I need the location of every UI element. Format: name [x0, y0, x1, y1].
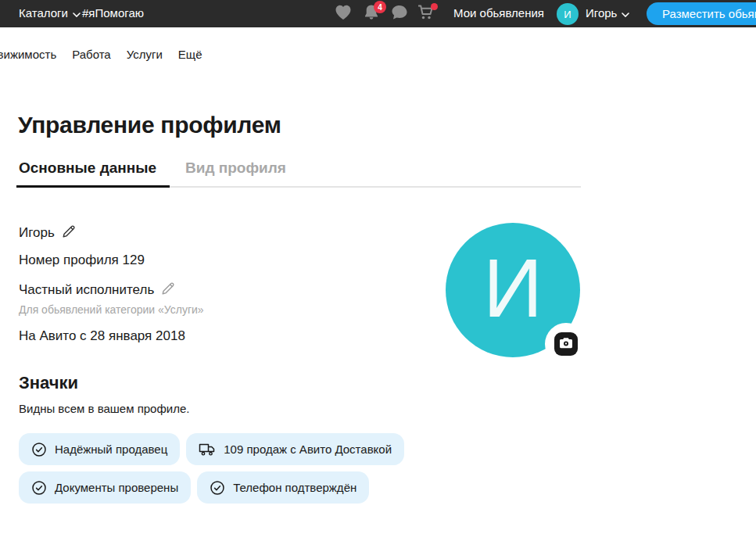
nav-item-3[interactable]: Ещё: [178, 48, 202, 65]
profile-name: Игорь: [19, 225, 55, 241]
cart-button[interactable]: [416, 5, 436, 23]
profile-number-row: Номер профиля 129: [19, 253, 145, 268]
active-tab-underline: [16, 185, 170, 188]
profile-avatar-initial: И: [483, 246, 543, 329]
badge-label: Надёжный продавец: [55, 443, 167, 456]
user-menu[interactable]: Игорь: [586, 6, 629, 20]
badge-pill-3: Телефон подтверждён: [197, 471, 369, 504]
nav-item-2[interactable]: Услуги: [127, 48, 163, 65]
tab-profile-view[interactable]: Вид профиля: [185, 159, 286, 177]
member-since: На Авито с 28 января 2018: [19, 328, 185, 344]
check-circle-icon: [210, 480, 225, 496]
heart-icon: [335, 5, 352, 23]
camera-icon: [559, 337, 573, 352]
profile-role-row: Частный исполнитель: [19, 281, 175, 298]
my-ads-link[interactable]: Мои обьявления: [453, 6, 544, 20]
badge-label: 109 продаж с Авито Доставкой: [224, 443, 392, 456]
favorites-button[interactable]: [333, 5, 353, 23]
badges-section-title: Значки: [19, 373, 78, 393]
check-circle-icon: [31, 442, 47, 457]
notifications-count-badge: 4: [374, 1, 386, 13]
edit-role-button[interactable]: [161, 281, 175, 298]
badge-label: Телефон подтверждён: [233, 481, 357, 494]
badge-pill-1: 109 продаж с Авито Доставкой: [186, 433, 404, 465]
catalogs-menu[interactable]: Каталоги: [19, 6, 81, 20]
profile-name-row: Игорь: [19, 224, 76, 241]
badges-list: Надёжный продавец109 продаж с Авито Дост…: [19, 433, 566, 504]
header-avatar-initial: И: [564, 9, 571, 20]
nav-item-0[interactable]: Недвижимость: [0, 48, 56, 65]
profile-role-hint: Для обьявлений категории «Услуги»: [19, 303, 204, 316]
notifications-button[interactable]: 4: [361, 5, 382, 23]
member-since-row: На Авито с 28 января 2018: [19, 328, 185, 344]
pencil-icon: [62, 224, 76, 241]
avito-profile-page: Каталоги #яПомогаю 4: [0, 0, 756, 534]
cart-notification-dot: [431, 3, 438, 10]
profile-role: Частный исполнитель: [19, 282, 154, 298]
user-name-label: Игорь: [586, 6, 617, 20]
chevron-down-icon: [622, 6, 629, 20]
badge-pill-2: Документы проверены: [19, 471, 191, 504]
change-photo-button[interactable]: [554, 332, 578, 356]
truck-icon: [199, 443, 216, 457]
nav-item-1[interactable]: Работа: [72, 48, 111, 65]
check-circle-icon: [31, 480, 47, 496]
pencil-icon: [161, 281, 175, 298]
ya-pomogayu-link[interactable]: #яПомогаю: [82, 6, 144, 20]
badge-label: Документы проверены: [55, 481, 178, 494]
catalogs-label: Каталоги: [19, 6, 68, 20]
top-header: Каталоги #яПомогаю 4: [0, 0, 756, 27]
messages-button[interactable]: [389, 5, 410, 23]
page-title: Управление профилем: [18, 112, 281, 138]
post-ad-button[interactable]: Разместить обьявление: [647, 2, 756, 25]
tab-main-data[interactable]: Основные данные: [19, 159, 156, 177]
edit-name-button[interactable]: [62, 224, 76, 241]
chat-icon: [391, 5, 408, 23]
badge-pill-0: Надёжный продавец: [19, 433, 180, 465]
badges-section-subtitle: Видны всем в вашем профиле.: [19, 402, 189, 415]
chevron-down-icon: [73, 6, 81, 20]
category-nav: НедвижимостьРаботаУслугиЕщё: [0, 48, 328, 65]
tab-divider: [16, 186, 581, 188]
profile-number: Номер профиля 129: [19, 253, 145, 268]
header-avatar[interactable]: И: [557, 3, 579, 25]
